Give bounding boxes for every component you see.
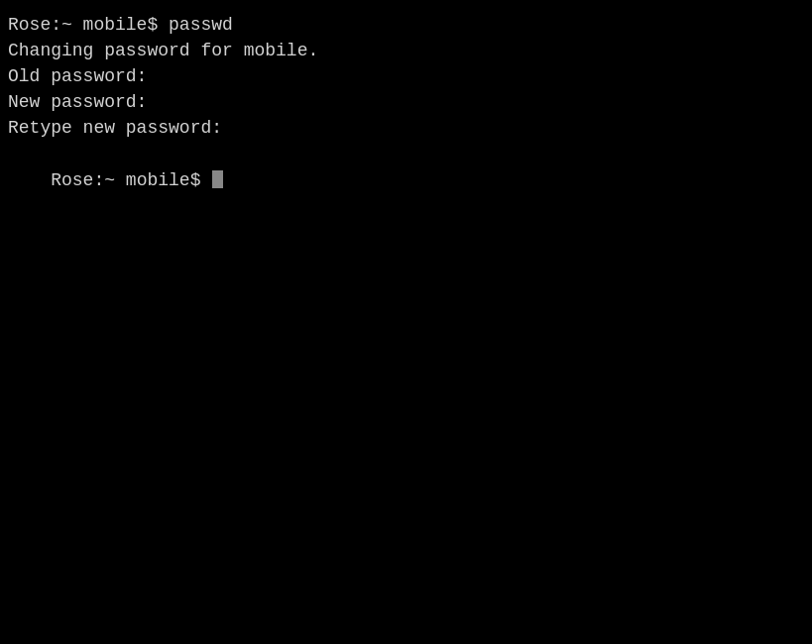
terminal-line-4: New password:	[8, 89, 804, 115]
terminal-window[interactable]: Rose:~ mobile$ passwd Changing password …	[0, 0, 812, 644]
terminal-line-2: Changing password for mobile.	[8, 38, 804, 63]
terminal-cursor	[212, 170, 223, 188]
terminal-line-3: Old password:	[8, 63, 804, 89]
terminal-prompt: Rose:~ mobile$	[51, 170, 211, 190]
terminal-line-6: Rose:~ mobile$	[8, 141, 804, 218]
terminal-line-1: Rose:~ mobile$ passwd	[8, 12, 804, 38]
terminal-line-5: Retype new password:	[8, 115, 804, 141]
